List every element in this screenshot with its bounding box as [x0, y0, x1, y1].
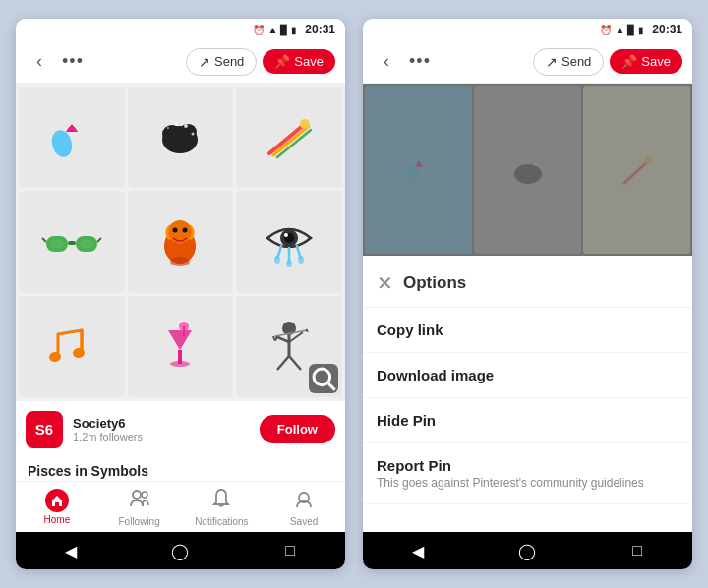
- svg-point-50: [142, 492, 148, 498]
- svg-point-36: [170, 361, 190, 367]
- svg-line-18: [97, 238, 101, 242]
- grid-cell-8: [128, 296, 234, 397]
- options-panel: ✕ Options Copy link Download image Hide …: [363, 256, 692, 532]
- status-icons-1: ⏰ ▲ ▉ ▮: [253, 25, 297, 35]
- android-home-1[interactable]: ◯: [160, 532, 200, 569]
- svg-line-44: [289, 356, 301, 370]
- home-icon: [45, 489, 69, 512]
- option-report-pin[interactable]: Report Pin This goes against Pinterest's…: [363, 443, 692, 504]
- grid-cell-9: [236, 296, 342, 397]
- home-label: Home: [44, 514, 71, 525]
- share-icon-2: ↗: [546, 54, 558, 70]
- save-button-2[interactable]: 📌 Save: [610, 49, 682, 74]
- svg-point-30: [286, 260, 292, 267]
- back-button-2[interactable]: ‹: [373, 48, 400, 76]
- wifi-icon: ▲: [267, 25, 277, 35]
- signal-icon-2: ▉: [627, 25, 635, 35]
- top-bar-2: ‹ ••• ↗ Send 📌 Save: [363, 40, 692, 84]
- bottom-nav-1: Home Following Notifications Saved: [16, 481, 345, 532]
- saved-label: Saved: [290, 516, 318, 527]
- svg-point-7: [175, 122, 178, 125]
- pin-title: Pisces in Symbols: [16, 457, 345, 481]
- android-back-2[interactable]: ◀: [398, 532, 438, 569]
- notifications-label: Notifications: [195, 516, 248, 527]
- options-title: Options: [403, 273, 466, 293]
- following-icon: [129, 488, 150, 514]
- status-bar-2: ⏰ ▲ ▉ ▮ 20:31: [363, 19, 692, 40]
- grid-cell-6: [236, 191, 342, 292]
- svg-rect-16: [68, 241, 76, 245]
- alarm-icon: ⏰: [253, 25, 265, 35]
- pin-icon-1: 📌: [274, 54, 290, 69]
- profile-avatar: S6: [26, 411, 63, 448]
- svg-point-49: [133, 491, 141, 499]
- follow-button[interactable]: Follow: [260, 415, 335, 443]
- option-download-image[interactable]: Download image: [363, 353, 692, 398]
- nav-following[interactable]: Following: [98, 488, 181, 527]
- status-bar-1: ⏰ ▲ ▉ ▮ 20:31: [16, 19, 345, 40]
- svg-line-43: [277, 356, 289, 370]
- profile-followers: 1.2m followers: [73, 431, 250, 442]
- svg-point-29: [274, 256, 280, 264]
- bell-icon: [210, 488, 232, 514]
- more-options-button-2[interactable]: •••: [406, 48, 434, 76]
- grid-cell-2: [128, 87, 234, 188]
- grid-cell-4: [19, 191, 125, 292]
- grid-cell-1: [19, 87, 125, 188]
- more-options-button-1[interactable]: •••: [59, 48, 87, 76]
- battery-icon: ▮: [291, 25, 297, 35]
- phone-2: ⏰ ▲ ▉ ▮ 20:31 ‹ ••• ↗ Send 📌 Save: [363, 19, 692, 569]
- save-button-1[interactable]: 📌 Save: [263, 49, 335, 74]
- svg-point-32: [48, 351, 62, 363]
- phone-1: ⏰ ▲ ▉ ▮ 20:31 ‹ ••• ↗ Send 📌 Save: [16, 19, 345, 569]
- android-home-2[interactable]: ◯: [507, 532, 547, 569]
- android-nav-1: ◀ ◯ □: [16, 532, 345, 569]
- svg-point-6: [192, 132, 195, 135]
- wifi-icon-2: ▲: [615, 25, 624, 35]
- saved-icon: [293, 488, 315, 514]
- android-back-1[interactable]: ◀: [51, 532, 90, 569]
- svg-point-23: [173, 227, 178, 232]
- nav-saved[interactable]: Saved: [263, 488, 345, 527]
- profile-bar: S6 Society6 1.2m followers Follow: [16, 400, 345, 457]
- pin-image-grid: [16, 84, 345, 400]
- grid-cell-5: [128, 191, 234, 292]
- options-title-row: ✕ Options: [363, 256, 692, 308]
- svg-point-4: [179, 124, 197, 140]
- following-label: Following: [119, 516, 160, 527]
- nav-home[interactable]: Home: [16, 489, 98, 525]
- svg-rect-20: [80, 240, 93, 248]
- send-button-1[interactable]: ↗ Send: [186, 48, 257, 76]
- option-hide-pin[interactable]: Hide Pin: [363, 398, 692, 443]
- svg-line-10: [273, 126, 309, 155]
- svg-point-28: [284, 233, 288, 237]
- signal-icon: ▉: [280, 25, 288, 35]
- svg-point-24: [183, 227, 188, 232]
- nav-notifications[interactable]: Notifications: [181, 488, 264, 527]
- alarm-icon-2: ⏰: [600, 25, 612, 35]
- svg-point-33: [72, 347, 86, 359]
- android-recents-1[interactable]: □: [270, 532, 310, 569]
- profile-name: Society6: [73, 416, 250, 431]
- svg-point-0: [49, 128, 76, 159]
- svg-line-17: [42, 238, 46, 242]
- grid-cell-7: [19, 296, 125, 397]
- svg-point-47: [314, 369, 330, 385]
- send-button-2[interactable]: ↗ Send: [533, 48, 604, 76]
- back-button-1[interactable]: ‹: [26, 48, 53, 76]
- top-bar-1: ‹ ••• ↗ Send 📌 Save: [16, 40, 345, 84]
- svg-point-3: [162, 125, 182, 143]
- android-recents-2[interactable]: □: [618, 532, 657, 569]
- svg-point-31: [298, 256, 304, 264]
- pin-icon-2: 📌: [621, 54, 637, 69]
- profile-info: Society6 1.2m followers: [73, 416, 250, 442]
- close-options-button[interactable]: ✕: [377, 271, 393, 295]
- status-time-1: 20:31: [305, 23, 335, 36]
- search-lens-icon[interactable]: [309, 364, 338, 393]
- status-icons-2: ⏰ ▲ ▉ ▮: [600, 25, 644, 35]
- share-icon-1: ↗: [199, 54, 210, 70]
- battery-icon-2: ▮: [638, 25, 644, 35]
- option-copy-link[interactable]: Copy link: [363, 308, 692, 353]
- status-time-2: 20:31: [652, 23, 682, 36]
- svg-point-8: [167, 127, 169, 129]
